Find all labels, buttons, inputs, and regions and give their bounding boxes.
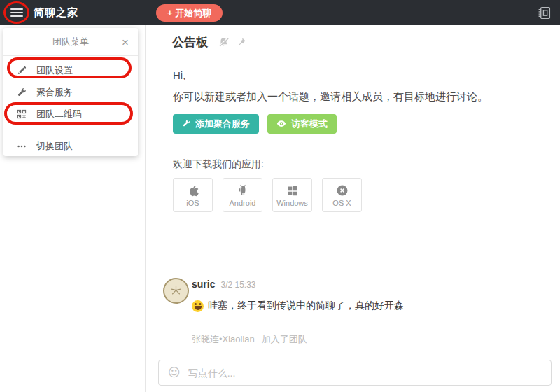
system-event-member: 张晓连•Xiaolian xyxy=(192,334,255,344)
smiley-icon[interactable]: ☺ xyxy=(168,367,181,379)
menu-divider xyxy=(4,130,138,130)
close-icon[interactable]: × xyxy=(122,36,129,48)
app-label: iOS xyxy=(186,199,199,207)
app-label: Android xyxy=(230,199,256,207)
intro-text: 你可以新建或者加入一个话题，邀请相关成员，有目标地进行讨论。 xyxy=(173,90,488,104)
app-download-row: iOS Android Windows xyxy=(173,178,362,212)
app-card-android[interactable]: Android xyxy=(223,178,262,212)
team-menu-panel: 团队菜单 × 团队设置 聚合服务 团队二维码 xyxy=(4,28,138,156)
add-service-label: 添加聚合服务 xyxy=(195,118,250,130)
apple-icon xyxy=(188,183,199,197)
ellipsis-icon xyxy=(16,141,27,152)
osx-icon xyxy=(336,183,349,197)
guest-mode-label: 访客模式 xyxy=(291,118,328,130)
notebook-icon[interactable] xyxy=(538,6,552,20)
system-event: 张晓连•Xiaolian加入了团队 xyxy=(192,333,307,346)
pencil-icon xyxy=(16,65,27,76)
team-name-title: 简聊之家 xyxy=(34,0,78,25)
guest-mode-button[interactable]: 访客模式 xyxy=(267,114,337,134)
team-menu-title: 团队菜单 xyxy=(52,36,89,48)
menu-item-team-qrcode[interactable]: 团队二维码 xyxy=(4,103,138,125)
wrench-icon xyxy=(182,119,190,130)
app-label: Windows xyxy=(276,199,308,207)
pin-icon[interactable] xyxy=(236,37,246,48)
message-composer: ☺ xyxy=(158,360,552,386)
avatar[interactable] xyxy=(163,278,189,304)
bell-muted-icon[interactable] xyxy=(218,37,230,48)
hamburger-menu-button[interactable] xyxy=(10,8,23,17)
menu-item-switch-team[interactable]: 切换团队 xyxy=(4,135,138,157)
download-prompt: 欢迎下载我们的应用: xyxy=(173,158,264,171)
qrcode-icon xyxy=(16,108,27,120)
menu-item-label: 团队设置 xyxy=(36,64,73,77)
start-chat-button[interactable]: + 开始简聊 xyxy=(156,4,223,22)
message-input[interactable] xyxy=(188,368,542,379)
menu-item-team-settings[interactable]: 团队设置 xyxy=(4,59,138,81)
team-menu-header: 团队菜单 × xyxy=(4,28,138,56)
topic-header: 公告板 xyxy=(146,25,560,59)
menu-item-label: 聚合服务 xyxy=(36,86,73,99)
topic-title: 公告板 xyxy=(172,34,208,50)
android-icon xyxy=(237,183,248,197)
eye-icon xyxy=(276,119,286,130)
app-label: OS X xyxy=(332,199,351,207)
app-card-osx[interactable]: OS X xyxy=(322,178,362,212)
app-header: 简聊之家 + 开始简聊 xyxy=(0,0,560,25)
menu-item-label: 切换团队 xyxy=(36,140,73,153)
main-content: 公告板 Hi, 你可以新建或者加入一个话题，邀请相关成员，有目标地进行讨论。 添… xyxy=(146,25,560,392)
greeting-text: Hi, xyxy=(173,69,186,81)
wrench-icon xyxy=(16,87,27,98)
menu-item-aggregate-services[interactable]: 聚合服务 xyxy=(4,81,138,103)
add-service-button[interactable]: 添加聚合服务 xyxy=(173,114,259,134)
hamburger-icon xyxy=(10,8,23,10)
message-text: 哇塞，终于看到传说中的简聊了，真的好开森 xyxy=(208,300,404,312)
message-author: suric xyxy=(192,279,215,290)
grin-emoji-icon xyxy=(192,300,204,312)
windows-icon xyxy=(287,183,298,197)
app-card-ios[interactable]: iOS xyxy=(173,178,213,212)
message-timestamp: 3/2 15:33 xyxy=(220,280,255,290)
message-body: 哇塞，终于看到传说中的简聊了，真的好开森 xyxy=(192,300,404,312)
menu-item-label: 团队二维码 xyxy=(36,108,82,120)
system-event-action: 加入了团队 xyxy=(262,334,307,344)
feed-divider xyxy=(146,267,560,267)
app-card-windows[interactable]: Windows xyxy=(272,178,312,212)
